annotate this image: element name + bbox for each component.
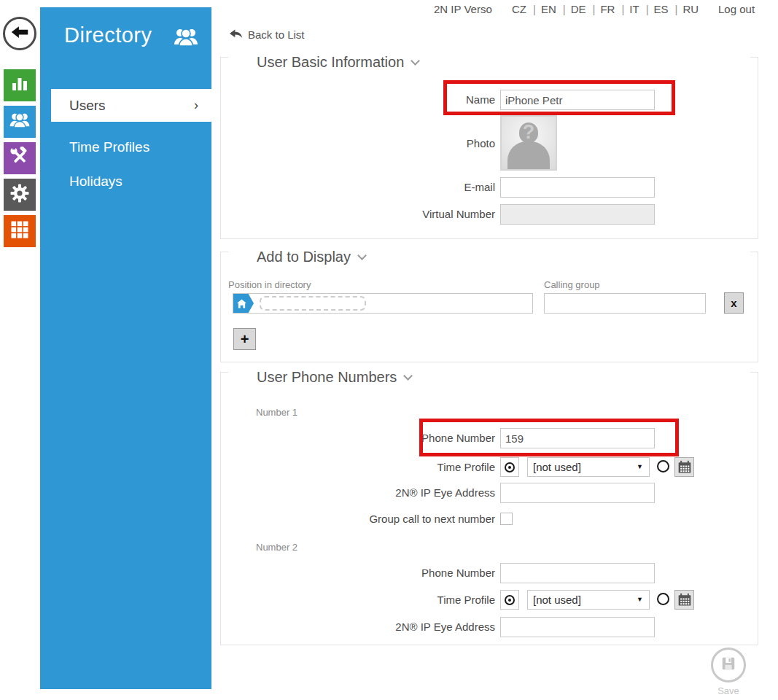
calendar-icon bbox=[677, 460, 692, 475]
time-profile-calendar-button-1[interactable] bbox=[674, 457, 694, 477]
time-profile-radio-box-1[interactable] bbox=[500, 457, 519, 477]
position-in-directory-label: Position in directory bbox=[228, 279, 311, 290]
sidebar-item-label: Users bbox=[69, 98, 106, 113]
sidebar-item-users[interactable]: Users bbox=[51, 89, 211, 122]
users-icon bbox=[9, 111, 31, 133]
name-label: Name bbox=[221, 90, 495, 110]
floppy-disk-icon bbox=[720, 656, 736, 674]
nav-directory-icon[interactable] bbox=[4, 106, 36, 138]
grid-icon bbox=[9, 219, 30, 243]
number2-group-label: Number 2 bbox=[256, 542, 297, 553]
ip-eye-address-label: 2N® IP Eye Address bbox=[221, 483, 495, 503]
sidebar-item-holidays[interactable]: Holidays bbox=[40, 167, 211, 196]
calling-group-input[interactable] bbox=[544, 293, 706, 314]
virtual-number-label: Virtual Number bbox=[221, 204, 495, 225]
save-button[interactable] bbox=[711, 648, 746, 682]
lang-link-ru[interactable]: RU bbox=[669, 3, 699, 15]
bar-chart-icon bbox=[9, 74, 30, 97]
lang-link-it[interactable]: IT bbox=[615, 3, 639, 15]
users-icon bbox=[173, 26, 199, 51]
section-add-to-display: Add to Display Position in directory Cal… bbox=[220, 252, 758, 362]
time-profile-select-2[interactable]: [not used] bbox=[527, 590, 650, 610]
time-profile-selected-value: [not used] bbox=[533, 594, 581, 606]
save-button-label: Save bbox=[707, 685, 750, 696]
section-user-phone-numbers: User Phone Numbers Number 1 Phone Number… bbox=[220, 372, 758, 645]
phone-number-input-1[interactable] bbox=[500, 428, 655, 448]
time-profile-radio-box-2[interactable] bbox=[500, 590, 519, 610]
lang-link-fr[interactable]: FR bbox=[586, 3, 615, 15]
nav-status-icon[interactable] bbox=[4, 69, 36, 101]
nav-hardware-icon[interactable] bbox=[4, 142, 36, 174]
ip-eye-address-input-2[interactable] bbox=[500, 617, 655, 637]
time-profile-calendar-button-2[interactable] bbox=[674, 590, 694, 610]
tools-icon bbox=[9, 147, 30, 170]
time-profile-selected-value: [not used] bbox=[533, 461, 581, 473]
email-label: E-mail bbox=[221, 177, 495, 198]
back-button[interactable] bbox=[3, 17, 36, 50]
sidebar-title: Directory bbox=[64, 23, 152, 47]
chevron-right-icon bbox=[194, 89, 198, 122]
calling-group-label: Calling group bbox=[544, 279, 600, 290]
sidebar-item-label: Time Profiles bbox=[69, 139, 149, 155]
back-to-list-label: Back to List bbox=[248, 28, 305, 41]
chevron-down-icon bbox=[637, 591, 643, 609]
virtual-number-input bbox=[500, 204, 655, 225]
phone-number-label: Phone Number bbox=[221, 428, 495, 448]
radio-selected-icon bbox=[505, 462, 515, 472]
back-to-list-link[interactable]: Back to List bbox=[230, 28, 305, 41]
ip-eye-address-label: 2N® IP Eye Address bbox=[221, 617, 495, 637]
photo-placeholder[interactable]: ? bbox=[500, 115, 557, 171]
position-drop-slot[interactable] bbox=[260, 296, 366, 311]
lang-link-es[interactable]: ES bbox=[639, 3, 669, 15]
section-title[interactable]: User Basic Information bbox=[252, 54, 423, 71]
question-mark-icon: ? bbox=[502, 121, 556, 144]
lang-link-de[interactable]: DE bbox=[556, 3, 586, 15]
group-call-checkbox[interactable] bbox=[500, 513, 513, 525]
number1-group-label: Number 1 bbox=[256, 407, 297, 418]
section-user-basic-information: User Basic Information Name Photo ? E-ma… bbox=[220, 57, 758, 239]
back-arrow-icon bbox=[11, 26, 28, 42]
reply-arrow-icon bbox=[230, 28, 243, 41]
time-profile-radio2-2[interactable] bbox=[657, 593, 669, 605]
gear-icon bbox=[9, 183, 30, 206]
sidebar-item-label: Holidays bbox=[69, 174, 122, 189]
logout-link[interactable]: Log out bbox=[718, 3, 755, 15]
time-profile-select-1[interactable]: [not used] bbox=[527, 457, 650, 477]
section-title[interactable]: Add to Display bbox=[252, 249, 370, 265]
phone-number-label: Phone Number bbox=[221, 563, 495, 583]
email-input[interactable] bbox=[500, 177, 655, 198]
sidebar: Directory Users Time Profiles Holidays bbox=[40, 7, 211, 689]
remove-display-button[interactable]: x bbox=[724, 292, 744, 314]
section-title[interactable]: User Phone Numbers bbox=[252, 369, 416, 386]
lang-link-en[interactable]: EN bbox=[526, 3, 556, 15]
time-profile-radio2-1[interactable] bbox=[657, 460, 669, 472]
photo-label: Photo bbox=[221, 133, 495, 154]
name-input[interactable] bbox=[500, 90, 655, 110]
chevron-down-icon bbox=[637, 458, 643, 476]
product-name: 2N IP Verso bbox=[434, 3, 492, 15]
nav-system-icon[interactable] bbox=[4, 215, 36, 247]
phone-number-input-2[interactable] bbox=[500, 563, 655, 583]
calendar-icon bbox=[677, 593, 692, 607]
add-display-button[interactable]: + bbox=[233, 328, 256, 350]
language-switcher: CZENDEFRITESRU bbox=[512, 3, 699, 15]
ip-eye-address-input-1[interactable] bbox=[500, 483, 655, 503]
lang-link-cz[interactable]: CZ bbox=[512, 3, 526, 15]
position-in-directory-field[interactable] bbox=[233, 293, 533, 314]
sidebar-item-time-profiles[interactable]: Time Profiles bbox=[40, 133, 211, 162]
radio-selected-icon bbox=[505, 595, 515, 605]
nav-services-icon[interactable] bbox=[4, 179, 36, 211]
home-icon[interactable] bbox=[233, 294, 254, 313]
